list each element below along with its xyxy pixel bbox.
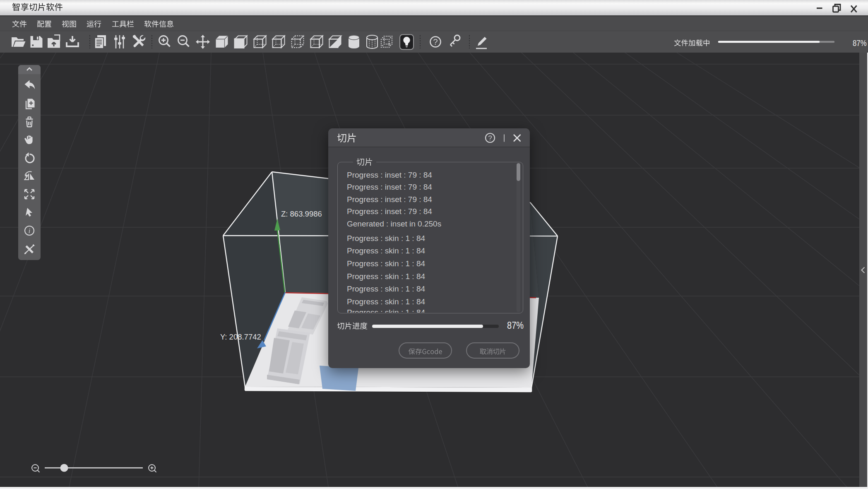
svg-text:Z: 863.9986: Z: 863.9986 — [281, 210, 322, 218]
svg-text:Y: 208.7742: Y: 208.7742 — [220, 332, 261, 341]
